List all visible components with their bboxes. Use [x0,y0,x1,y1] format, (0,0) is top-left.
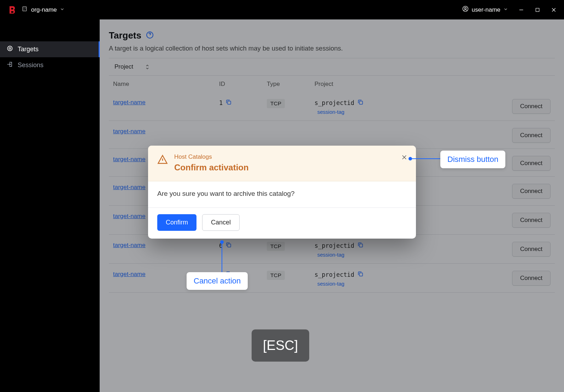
esc-key-badge: [ESC] [252,329,309,362]
sidebar-item-label: Sessions [18,62,43,69]
modal-header: Host Catalogs Confirm activation [148,146,416,181]
user-name: user-name [472,6,500,13]
title-bar: org-name user-name [0,0,564,19]
minimize-icon[interactable] [518,7,524,13]
svg-rect-3 [536,8,539,11]
modal-close-button[interactable] [400,153,409,162]
close-icon[interactable] [551,7,557,13]
svg-point-2 [464,7,466,9]
topbar-left: org-name [7,5,65,15]
sidebar: Targets Sessions [0,19,100,392]
cancel-button[interactable]: Cancel [202,214,240,231]
confirm-modal: Host Catalogs Confirm activation Are you… [148,146,416,239]
org-icon [22,6,28,14]
annotation-dismiss: Dismiss button [440,151,505,168]
org-switcher[interactable]: org-name [22,6,65,14]
chevron-down-icon [503,6,508,13]
annotation-line [222,242,222,272]
annotation-cancel: Cancel action [187,272,248,290]
modal-eyebrow: Host Catalogs [174,153,249,160]
maximize-icon[interactable] [534,7,541,13]
org-name: org-name [31,6,57,13]
sidebar-item-targets[interactable]: Targets [0,41,100,57]
enter-icon [6,61,13,70]
chevron-down-icon [60,6,65,13]
user-icon [462,5,469,14]
annotation-dot [409,157,412,160]
modal-body: Are you sure you want to archive this ca… [148,181,416,208]
warning-icon [157,154,168,165]
annotation-line [410,158,442,159]
modal-footer: Confirm Cancel [148,208,416,239]
user-menu[interactable]: user-name [462,5,508,14]
sidebar-item-label: Targets [18,46,39,53]
svg-point-4 [7,46,12,51]
app-logo-icon [7,5,17,15]
modal-title: Confirm activation [174,163,249,172]
target-icon [6,45,13,54]
topbar-right: user-name [462,5,557,14]
confirm-button[interactable]: Confirm [157,214,196,231]
svg-point-5 [9,48,11,49]
sidebar-item-sessions[interactable]: Sessions [0,57,100,73]
annotation-dot [220,240,224,244]
